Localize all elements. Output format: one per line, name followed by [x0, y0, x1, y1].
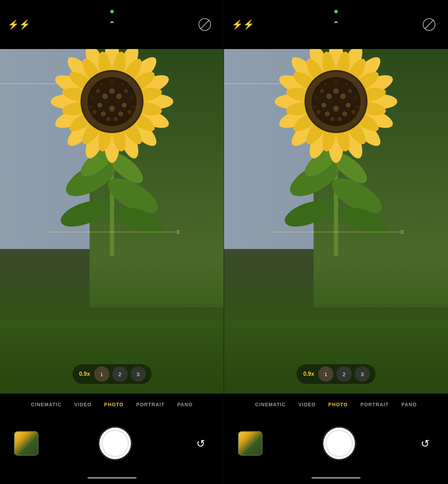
chevron-button-left[interactable]: ⌃	[104, 16, 120, 33]
svg-point-106	[326, 94, 332, 99]
home-bar-right	[312, 477, 360, 479]
zoom-controls-left: 0.9x 1 2 3	[72, 364, 152, 384]
svg-point-105	[340, 94, 346, 99]
viewfinder-left[interactable]: 0.9x 1 2 3	[0, 49, 224, 394]
home-bar-left	[88, 477, 136, 479]
right-phone-panel: ⚡ ⌃	[224, 0, 448, 484]
thumbnail-image-left	[15, 432, 38, 455]
mode-bar-right: CINEMATIC VIDEO PHOTO PORTRAIT PANO	[224, 394, 448, 415]
svg-point-110	[342, 111, 347, 116]
svg-point-104	[312, 77, 360, 126]
top-bar-left: ⚡ ⌃	[0, 0, 224, 49]
svg-point-120	[315, 96, 318, 100]
svg-point-50	[124, 89, 128, 93]
sunflower-right	[252, 49, 420, 256]
mode-video-right[interactable]: VIDEO	[292, 402, 322, 407]
svg-point-117	[337, 117, 342, 121]
flip-button-left[interactable]: ↺	[191, 434, 210, 452]
home-indicator-right	[224, 471, 448, 484]
svg-point-121	[345, 82, 348, 86]
svg-point-116	[316, 110, 321, 114]
shutter-inner-right	[326, 430, 353, 457]
svg-point-52	[127, 110, 132, 114]
svg-point-55	[106, 117, 111, 121]
svg-point-51	[96, 89, 100, 93]
mode-portrait-left[interactable]: PORTRAIT	[130, 402, 171, 407]
svg-point-123	[334, 81, 338, 84]
svg-point-114	[320, 89, 324, 93]
mode-portrait-right[interactable]: PORTRAIT	[354, 402, 395, 407]
svg-point-108	[346, 103, 351, 108]
svg-point-122	[324, 82, 327, 86]
mode-photo-left[interactable]: PHOTO	[98, 402, 130, 407]
zoom-active-left[interactable]: 0.9x	[78, 371, 91, 377]
zoom-controls-right: 0.9x 1 2 3	[296, 364, 376, 384]
thumbnail-left[interactable]	[14, 431, 38, 456]
zoom-btn-3-left[interactable]: 3	[131, 366, 146, 382]
zoom-btn-2-left[interactable]: 2	[112, 366, 128, 382]
flip-button-right[interactable]: ↺	[416, 434, 434, 452]
nodnd-button-right[interactable]	[421, 16, 438, 33]
nodnd-icon-left	[198, 18, 211, 31]
zoom-active-right[interactable]: 0.9x	[302, 371, 315, 377]
thumbnail-image-right	[239, 432, 262, 455]
shutter-button-right[interactable]	[323, 428, 355, 459]
svg-point-48	[101, 111, 106, 116]
svg-point-119	[354, 96, 357, 100]
mode-cinematic-right[interactable]: CINEMATIC	[249, 402, 292, 407]
svg-point-45	[122, 103, 127, 108]
svg-point-59	[100, 82, 103, 86]
zoom-btn-3-right[interactable]: 3	[355, 366, 370, 382]
zoom-btn-1-left[interactable]: 1	[94, 366, 110, 382]
svg-point-43	[102, 94, 108, 99]
svg-point-109	[321, 103, 326, 108]
svg-point-49	[109, 88, 115, 94]
chevron-button-right[interactable]: ⌃	[328, 16, 344, 33]
nodnd-icon-right	[423, 18, 435, 31]
svg-point-53	[92, 110, 97, 114]
focus-line-left	[45, 232, 179, 232]
flash-button-right[interactable]: ⚡	[234, 16, 251, 33]
svg-point-46	[97, 103, 102, 108]
live-indicator-left	[110, 10, 114, 13]
zoom-btn-1-right[interactable]: 1	[318, 366, 334, 382]
focus-line-right	[269, 232, 403, 232]
svg-point-61	[131, 105, 135, 109]
mode-photo-right[interactable]: PHOTO	[322, 402, 354, 407]
mode-pano-right[interactable]: PANO	[395, 402, 423, 407]
svg-point-54	[113, 117, 118, 121]
mode-video-left[interactable]: VIDEO	[68, 402, 98, 407]
svg-point-113	[348, 89, 352, 93]
shutter-button-left[interactable]	[99, 428, 131, 459]
mode-pano-left[interactable]: PANO	[171, 402, 199, 407]
svg-point-112	[333, 88, 339, 94]
svg-point-62	[89, 105, 93, 109]
sunflower-left	[28, 49, 196, 256]
svg-point-60	[110, 81, 114, 84]
flash-button-left[interactable]: ⚡	[10, 16, 27, 33]
scene-right: 0.9x 1 2 3	[224, 49, 448, 394]
svg-point-41	[88, 77, 136, 126]
mode-cinematic-left[interactable]: CINEMATIC	[24, 402, 68, 407]
thumbnail-right[interactable]	[238, 431, 262, 456]
zoom-btn-2-right[interactable]: 2	[336, 366, 352, 382]
svg-point-44	[109, 106, 115, 111]
bottom-controls-left: ↺	[0, 415, 224, 471]
svg-point-3	[57, 195, 110, 232]
svg-point-58	[121, 82, 124, 86]
viewfinder-right[interactable]: 0.9x 1 2 3	[224, 49, 448, 394]
svg-point-56	[130, 96, 133, 100]
svg-point-118	[330, 117, 335, 121]
svg-point-125	[313, 105, 317, 109]
svg-point-42	[116, 94, 122, 99]
svg-point-57	[91, 96, 94, 100]
nodnd-button-left[interactable]	[196, 16, 213, 33]
mode-bar-left: CINEMATIC VIDEO PHOTO PORTRAIT PANO	[0, 394, 224, 415]
svg-point-111	[325, 111, 330, 116]
top-bar-right: ⚡ ⌃	[224, 0, 448, 49]
home-indicator-left	[0, 471, 224, 484]
svg-point-107	[333, 106, 339, 111]
left-phone-panel: ⚡ ⌃	[0, 0, 224, 484]
live-indicator-right	[334, 10, 338, 13]
svg-point-66	[281, 195, 335, 232]
